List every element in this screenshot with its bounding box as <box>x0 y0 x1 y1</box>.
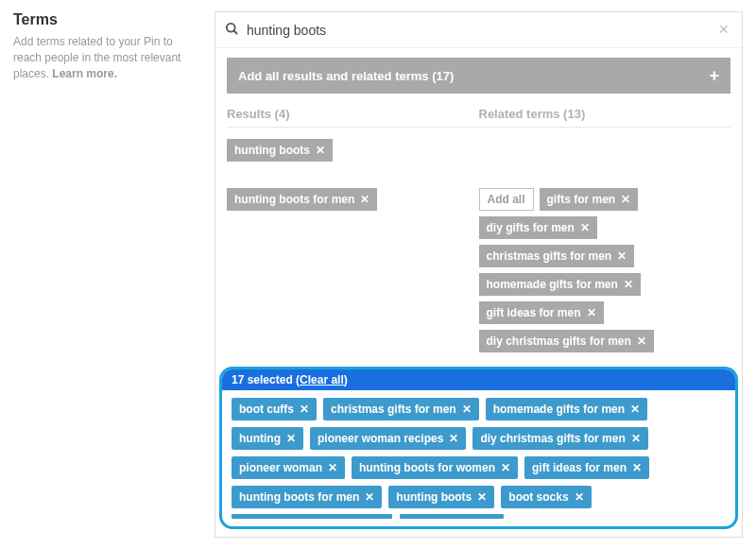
section-description: Add terms related to your Pin to reach p… <box>13 34 198 81</box>
search-input[interactable] <box>247 23 714 38</box>
related-tag[interactable]: gifts for men ✕ <box>540 188 639 211</box>
remove-icon[interactable]: ✕ <box>587 306 596 319</box>
results-header: Results (4) <box>227 107 479 121</box>
related-tag[interactable]: homemade gifts for men ✕ <box>479 273 641 296</box>
result-row: hunting boots for men ✕ Add all gifts fo… <box>227 188 730 352</box>
svg-line-1 <box>233 30 237 34</box>
tag-label: pioneer woman <box>239 461 322 474</box>
remove-icon[interactable]: ✕ <box>580 221 590 234</box>
tag-label: christmas gifts for men <box>331 403 456 416</box>
selected-header: 17 selected (Clear all) <box>222 369 735 390</box>
overflow-hint <box>222 508 735 519</box>
selected-tag[interactable]: pioneer woman✕ <box>232 456 345 479</box>
partial-tag-bar <box>232 514 392 519</box>
result-row: hunting boots ✕ <box>227 139 730 162</box>
related-tag[interactable]: christmas gifts for men ✕ <box>479 245 635 267</box>
svg-point-0 <box>227 23 235 31</box>
section-title: Terms <box>13 11 198 28</box>
remove-icon[interactable]: ✕ <box>462 403 472 416</box>
learn-more-link[interactable]: Learn more. <box>52 67 117 80</box>
divider <box>227 127 730 128</box>
terms-panel: × Add all results and related terms (17)… <box>215 11 743 538</box>
tag-label: hunting boots for men <box>234 193 354 206</box>
tag-label: christmas gifts for men <box>487 249 612 263</box>
add-all-results-button[interactable]: Add all results and related terms (17) + <box>227 58 730 94</box>
selected-tag[interactable]: christmas gifts for men✕ <box>323 398 479 420</box>
tag-label: homemade gifts for men <box>487 278 618 291</box>
remove-icon[interactable]: ✕ <box>621 193 630 206</box>
partial-tag-bar <box>400 514 504 519</box>
remove-icon[interactable]: ✕ <box>300 403 309 416</box>
tag-label: gifts for men <box>547 193 616 206</box>
clear-all-link[interactable]: Clear all <box>300 373 344 386</box>
tag-label: diy christmas gifts for men <box>480 432 625 445</box>
remove-icon[interactable]: ✕ <box>631 432 641 445</box>
selected-tag[interactable]: hunting boots for men✕ <box>232 486 382 508</box>
add-all-related-button[interactable]: Add all <box>479 188 534 211</box>
tag-label: hunting boots for women <box>359 461 495 474</box>
remove-icon[interactable]: ✕ <box>316 144 325 157</box>
related-terms-header: Related terms (13) <box>479 107 731 121</box>
tag-label: gift ideas for men <box>532 461 627 474</box>
related-tag[interactable]: gift ideas for men ✕ <box>479 301 604 324</box>
search-icon <box>225 22 239 39</box>
selected-tag[interactable]: boot cuffs✕ <box>232 398 317 420</box>
selected-tag[interactable]: homemade gifts for men✕ <box>486 398 647 420</box>
results-scroll-area: Add all results and related terms (17) +… <box>215 48 742 363</box>
tag-label: boot cuffs <box>239 403 294 416</box>
selected-tag[interactable]: diy christmas gifts for men✕ <box>472 427 647 450</box>
remove-icon[interactable]: ✕ <box>360 193 369 206</box>
tag-label: homemade gifts for men <box>493 403 625 416</box>
tag-label: hunting <box>239 432 281 445</box>
tag-label: boot socks <box>508 490 568 504</box>
add-all-label: Add all results and related terms (17) <box>238 69 454 83</box>
remove-icon[interactable]: ✕ <box>617 249 627 263</box>
selected-terms-panel: 17 selected (Clear all) boot cuffs✕ chri… <box>219 367 738 529</box>
selected-tag[interactable]: hunting boots✕ <box>388 486 494 508</box>
tag-label: diy christmas gifts for men <box>487 335 631 348</box>
remove-icon[interactable]: ✕ <box>501 461 510 474</box>
remove-icon[interactable]: ✕ <box>575 490 584 504</box>
clear-search-icon[interactable]: × <box>714 20 732 40</box>
remove-icon[interactable]: ✕ <box>365 490 374 504</box>
related-tag[interactable]: diy christmas gifts for men ✕ <box>479 330 654 352</box>
remove-icon[interactable]: ✕ <box>328 461 337 474</box>
search-row: × <box>215 12 742 48</box>
remove-icon[interactable]: ✕ <box>637 335 646 348</box>
result-tag[interactable]: hunting boots ✕ <box>227 139 333 162</box>
result-tag[interactable]: hunting boots for men ✕ <box>227 188 377 211</box>
remove-icon[interactable]: ✕ <box>632 461 642 474</box>
related-tag[interactable]: diy gifts for men ✕ <box>479 216 597 239</box>
remove-icon[interactable]: ✕ <box>449 432 458 445</box>
selected-tag[interactable]: boot socks✕ <box>501 486 591 508</box>
tag-label: hunting boots <box>396 490 472 504</box>
remove-icon[interactable]: ✕ <box>286 432 296 445</box>
tag-label: pioneer woman recipes <box>318 432 443 445</box>
plus-icon: + <box>709 67 719 84</box>
selected-tag[interactable]: hunting✕ <box>232 427 303 450</box>
selected-tag[interactable]: pioneer woman recipes✕ <box>310 427 466 450</box>
remove-icon[interactable]: ✕ <box>477 490 487 504</box>
remove-icon[interactable]: ✕ <box>624 278 633 291</box>
tag-label: gift ideas for men <box>487 306 581 319</box>
selected-tag[interactable]: gift ideas for men✕ <box>524 456 649 479</box>
selected-tags-container: boot cuffs✕ christmas gifts for men✕ hom… <box>222 390 735 508</box>
tag-label: hunting boots <box>234 144 310 157</box>
tag-label: diy gifts for men <box>487 221 575 234</box>
tag-label: hunting boots for men <box>239 490 359 504</box>
column-headers: Results (4) Related terms (13) <box>227 107 730 121</box>
remove-icon[interactable]: ✕ <box>630 403 640 416</box>
selected-tag[interactable]: hunting boots for women✕ <box>352 456 518 479</box>
